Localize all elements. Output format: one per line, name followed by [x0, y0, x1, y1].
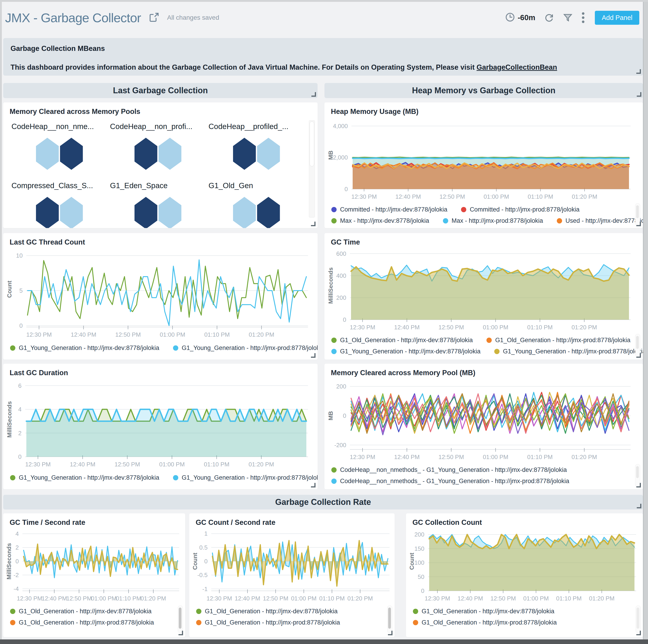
legend-item[interactable]: CodeHeap__non_nmethods_ - G1_Young_Gener… — [331, 466, 567, 474]
scrollbar-thumb[interactable] — [636, 205, 639, 218]
svg-text:0: 0 — [343, 412, 346, 419]
legend-item[interactable]: G1_Young_Generation - http://jmx-prod:87… — [173, 344, 318, 352]
panel-title: Last GC Thread Count — [10, 238, 85, 247]
svg-text:4: 4 — [15, 530, 19, 537]
svg-text:Count: Count — [6, 280, 13, 298]
scrollbar-thumb[interactable] — [636, 466, 639, 478]
legend-item[interactable]: G1_Young_Generation - http://jmx-prod:87… — [173, 474, 318, 481]
svg-text:-200: -200 — [334, 442, 346, 448]
hexagon-dark[interactable] — [257, 197, 280, 228]
svg-text:150: 150 — [415, 545, 424, 552]
hexagon-dark[interactable] — [233, 138, 256, 170]
panel-resize-handle[interactable] — [311, 92, 316, 97]
last-gc-thread-count-chart[interactable]: 051012:30 PM12:40 PM12:50 PM01:00 PM01:1… — [5, 248, 314, 340]
hexagon-dark[interactable] — [134, 197, 157, 228]
legend-label: G1_Old_Generation - http://jmx-dev:8778/… — [19, 608, 152, 615]
scrollbar[interactable] — [178, 605, 183, 633]
add-panel-button[interactable]: Add Panel — [595, 11, 639, 25]
panel-resize-handle[interactable] — [311, 222, 316, 226]
legend-label: CodeHeap__non_nmethods_ - G1_Young_Gener… — [340, 478, 569, 485]
panel-resize-handle[interactable] — [636, 631, 641, 635]
panel-resize-handle[interactable] — [636, 69, 641, 74]
legend-item[interactable]: G1_Young_Generation - http://jmx-dev:877… — [331, 348, 481, 355]
panel-resize-handle[interactable] — [637, 504, 641, 508]
svg-text:01:10 PM: 01:10 PM — [527, 453, 553, 461]
legend-item[interactable]: G1_Old_Generation - http://jmx-dev:8778/… — [413, 608, 554, 615]
legend-item[interactable]: Used - http://jmx-dev:8778/jolokia — [557, 217, 643, 224]
gc-time-second-rate-chart[interactable]: -4-202412:30 PM12:40 PM12:50 PM01:00 PM0… — [4, 529, 183, 604]
legend-item[interactable]: G1_Young_Generation - http://jmx-dev:877… — [10, 474, 159, 481]
time-range-picker[interactable]: -60m — [505, 12, 535, 23]
panel-resize-handle[interactable] — [636, 483, 641, 487]
legend-label: G1_Young_Generation - http://jmx-dev:877… — [340, 348, 481, 355]
heap-memory-usage-chart[interactable]: 02,0004,00012:30 PM12:40 PM12:50 PM01:00… — [326, 117, 638, 202]
hexagon-light[interactable] — [60, 197, 83, 228]
panel-gc-count-second-rate: GC Count / Second rate -1-0.500.5112:30 … — [189, 514, 394, 637]
panel-memory-cleared-pool-mb: Memory Cleared across Memory Pool (MB) -… — [324, 364, 643, 489]
panel-resize-handle[interactable] — [637, 92, 641, 97]
legend-label: G1_Old_Generation - http://jmx-prod:8778… — [422, 619, 557, 626]
hexagon-light[interactable] — [233, 197, 256, 228]
scrollbar[interactable] — [309, 120, 315, 217]
window-right-scroll-area[interactable] — [643, 2, 648, 639]
panel-resize-handle[interactable] — [388, 631, 392, 635]
legend-color-dot — [10, 620, 15, 625]
legend-item[interactable]: CodeHeap__non_nmethods_ - G1_Young_Gener… — [331, 478, 569, 485]
row-header-heap-memory-vs-gc[interactable]: Heap Memory vs Garbage Collection — [324, 83, 643, 98]
legend-item[interactable]: Max - http://jmx-prod:8778/jolokia — [443, 217, 543, 224]
scrollbar-thumb[interactable] — [636, 336, 639, 349]
scrollbar-thumb[interactable] — [637, 607, 639, 629]
svg-text:600: 600 — [336, 250, 346, 257]
svg-text:Count: Count — [408, 552, 415, 570]
kebab-menu-icon[interactable] — [582, 12, 585, 23]
panel-resize-handle[interactable] — [636, 222, 641, 226]
svg-text:01:10 PM: 01:10 PM — [116, 595, 141, 602]
hexagon-light[interactable] — [159, 197, 181, 228]
row-title: Garbage Collection Rate — [275, 497, 371, 507]
garbage-collection-bean-link[interactable]: GarbageCollectionBean — [477, 63, 557, 71]
hexagon-light[interactable] — [257, 138, 280, 170]
row-header-garbage-collection-rate[interactable]: Garbage Collection Rate — [3, 495, 643, 509]
hexagon-light[interactable] — [159, 138, 181, 170]
gc-collection-count-chart[interactable]: 05010015020012:30 PM12:40 PM12:50 PM01:0… — [407, 529, 641, 604]
legend-item[interactable]: G1_Old_Generation - http://jmx-dev:8778/… — [331, 337, 473, 344]
hexagon-light[interactable] — [36, 138, 59, 170]
legend-color-dot — [413, 609, 418, 614]
share-icon[interactable] — [149, 12, 159, 23]
legend-item[interactable]: G1_Old_Generation - http://jmx-dev:8778/… — [196, 608, 337, 615]
legend-item[interactable]: G1_Old_Generation - http://jmx-prod:8778… — [486, 337, 630, 344]
hexagon-dark[interactable] — [60, 138, 83, 170]
refresh-icon[interactable] — [544, 13, 554, 23]
row-header-last-garbage-collection[interactable]: Last Garbage Collection — [3, 83, 318, 98]
scrollbar-thumb[interactable] — [310, 121, 314, 166]
svg-text:2: 2 — [15, 544, 19, 551]
legend-item[interactable]: G1_Young_Generation - http://jmx-prod:87… — [494, 348, 643, 355]
svg-text:01:00 PM: 01:00 PM — [91, 595, 116, 602]
hexagon-dark[interactable] — [134, 138, 157, 170]
legend-item[interactable]: Max - http://jmx-dev:8778/jolokia — [331, 217, 429, 224]
legend-color-dot — [331, 218, 337, 223]
scrollbar[interactable] — [636, 605, 641, 633]
hexagon-dark[interactable] — [36, 197, 59, 228]
panel-resize-handle[interactable] — [311, 353, 316, 358]
scrollbar[interactable] — [387, 605, 392, 633]
panel-resize-handle[interactable] — [178, 631, 183, 635]
memory-cleared-pool-chart[interactable]: -200020012:30 PM12:40 PM12:50 PM01:00 PM… — [326, 378, 638, 463]
gc-count-second-rate-chart[interactable]: -1-0.500.5112:30 PM12:40 PM12:50 PM01:00… — [190, 529, 393, 604]
scrollbar-thumb[interactable] — [179, 607, 181, 629]
scrollbar-thumb[interactable] — [388, 607, 391, 629]
legend-item[interactable]: G1_Old_Generation - http://jmx-prod:8778… — [413, 619, 557, 626]
legend-item[interactable]: G1_Old_Generation - http://jmx-prod:8778… — [10, 619, 154, 626]
legend-item[interactable]: G1_Old_Generation - http://jmx-prod:8778… — [196, 619, 340, 626]
last-gc-duration-chart[interactable]: 024612:30 PM12:40 PM12:50 PM01:00 PM01:1… — [5, 378, 314, 470]
row-title: Last Garbage Collection — [113, 86, 208, 95]
legend-label: Used - http://jmx-dev:8778/jolokia — [565, 217, 643, 224]
legend-item[interactable]: Committed - http://jmx-dev:8778/jolokia — [331, 206, 447, 213]
legend-item[interactable]: Committed - http://jmx-prod:8778/jolokia — [461, 206, 580, 213]
panel-resize-handle[interactable] — [311, 483, 316, 487]
panel-resize-handle[interactable] — [636, 353, 641, 358]
legend-item[interactable]: G1_Old_Generation - http://jmx-dev:8778/… — [10, 608, 152, 615]
filter-icon[interactable] — [563, 13, 573, 23]
legend-item[interactable]: G1_Young_Generation - http://jmx-dev:877… — [10, 344, 159, 352]
gc-time-chart[interactable]: 020040060012:30 PM12:40 PM12:50 PM01:00 … — [326, 248, 638, 333]
